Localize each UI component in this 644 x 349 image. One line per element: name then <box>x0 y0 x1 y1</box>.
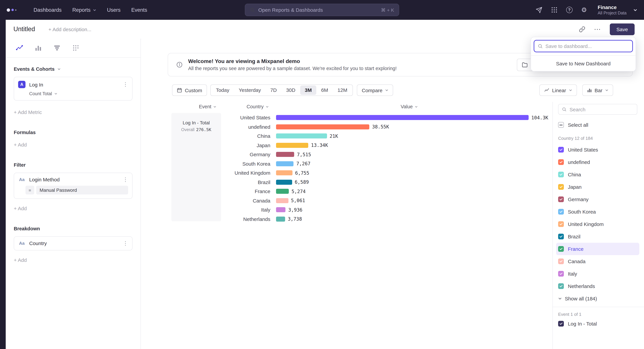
range-3m-selected[interactable]: 3M <box>300 85 316 95</box>
bar[interactable] <box>276 134 327 139</box>
bar[interactable] <box>276 124 370 129</box>
legend-country-row[interactable]: Netherlands <box>556 280 639 292</box>
bar[interactable] <box>276 170 292 176</box>
bar-category-label[interactable]: Italy <box>141 207 270 213</box>
country-checkbox[interactable] <box>558 172 564 177</box>
bar[interactable] <box>276 189 289 194</box>
event-name[interactable]: Log In <box>29 82 43 87</box>
bar-category-label[interactable]: Brazil <box>141 179 270 185</box>
bar[interactable] <box>276 180 292 185</box>
bar-category-label[interactable]: United Kingdom <box>141 170 270 176</box>
show-all-button[interactable]: Show all (184) <box>558 296 637 301</box>
save-dashboard-search-input[interactable]: Save to dashboard... <box>534 40 633 52</box>
aggregation-selector[interactable]: Count Total <box>29 91 128 96</box>
settings-gear-icon[interactable]: ⚙ <box>581 7 587 13</box>
legend-country-row[interactable]: United States <box>556 143 639 156</box>
range-30d[interactable]: 30D <box>282 85 300 95</box>
bar-chart-icon[interactable] <box>34 44 42 52</box>
bar[interactable] <box>276 143 308 148</box>
funnel-icon[interactable] <box>53 44 61 52</box>
bar-category-label[interactable]: Germany <box>141 152 270 157</box>
copy-link-icon[interactable] <box>579 26 585 32</box>
metric-card[interactable]: A Log In ⋮ Count Total <box>14 77 132 101</box>
add-formula-button[interactable]: + Add <box>14 142 132 147</box>
compare-button[interactable]: Compare <box>357 84 393 96</box>
bar-category-label[interactable]: South Korea <box>141 161 270 167</box>
bar[interactable] <box>276 207 286 212</box>
country-checkbox[interactable] <box>558 271 564 277</box>
share-icon[interactable] <box>536 6 542 13</box>
legend-search-input[interactable]: Search <box>558 104 637 115</box>
legend-event-row[interactable]: Log In - Total <box>558 321 637 327</box>
breakdown-card[interactable]: Aa Country ⋮ <box>14 236 132 250</box>
legend-country-row[interactable]: Germany <box>556 193 639 206</box>
add-description[interactable]: + Add description... <box>48 26 92 32</box>
event-series-checkbox[interactable] <box>558 321 564 327</box>
more-options-icon[interactable]: ⋯ <box>594 26 601 32</box>
bar[interactable] <box>276 161 294 166</box>
bar-category-label[interactable]: Canada <box>141 198 270 204</box>
chart-scale-selector[interactable]: Linear <box>539 84 577 96</box>
legend-country-row[interactable]: France <box>556 243 639 255</box>
filter-operator[interactable]: = <box>26 186 34 194</box>
bar-category-label[interactable]: France <box>141 189 270 194</box>
bar[interactable] <box>276 198 288 203</box>
filter-property-name[interactable]: Login Method <box>29 177 60 182</box>
nav-item-reports[interactable]: Reports <box>72 7 96 13</box>
select-all-row[interactable]: Select all <box>558 122 637 128</box>
nav-item-dashboards[interactable]: Dashboards <box>34 7 62 13</box>
nav-item-events[interactable]: Events <box>131 7 147 13</box>
bar-category-label[interactable]: Netherlands <box>141 216 270 222</box>
column-header-country[interactable]: Country <box>246 104 269 109</box>
mixpanel-logo-icon[interactable] <box>7 8 22 11</box>
legend-country-row[interactable]: Italy <box>556 268 639 280</box>
column-header-event[interactable]: Event <box>199 104 216 109</box>
add-filter-button[interactable]: + Add <box>14 206 132 211</box>
bar-category-label[interactable]: United States <box>141 115 270 120</box>
project-chevron-down-icon[interactable] <box>633 8 637 12</box>
insights-chart-icon[interactable] <box>16 44 23 52</box>
country-checkbox[interactable] <box>558 283 564 289</box>
select-all-checkbox[interactable] <box>558 122 564 128</box>
chart-type-selector[interactable]: Bar <box>582 84 613 96</box>
range-6m[interactable]: 6M <box>316 85 333 95</box>
range-today[interactable]: Today <box>211 85 234 95</box>
range-7d[interactable]: 7D <box>266 85 282 95</box>
add-metric-button[interactable]: + Add Metric <box>14 109 132 115</box>
legend-country-row[interactable]: undefined <box>556 156 639 168</box>
country-checkbox[interactable] <box>558 221 564 227</box>
global-search[interactable]: Open Reports & Dashboards ⌘ + K <box>245 4 399 16</box>
range-12m[interactable]: 12M <box>333 85 352 95</box>
country-checkbox[interactable] <box>558 159 564 165</box>
legend-country-row[interactable]: Japan <box>556 181 639 193</box>
filter-value[interactable]: Manual Password <box>36 186 128 194</box>
bar[interactable] <box>276 217 285 222</box>
breakdown-property-name[interactable]: Country <box>29 240 47 246</box>
bar[interactable] <box>276 152 294 157</box>
filter-card[interactable]: Aa Login Method ⋮ = Manual Password <box>14 173 132 199</box>
bar[interactable] <box>276 115 528 120</box>
report-title[interactable]: Untitled <box>14 25 35 33</box>
project-selector[interactable]: Finance All Project Data <box>598 4 626 15</box>
events-cohorts-header[interactable]: Events & Cohorts <box>14 66 132 72</box>
legend-country-row[interactable]: Canada <box>556 255 639 268</box>
nav-item-users[interactable]: Users <box>107 7 120 13</box>
retention-grid-icon[interactable] <box>72 44 80 52</box>
legend-country-row[interactable]: South Korea <box>556 206 639 218</box>
country-checkbox[interactable] <box>558 234 564 239</box>
save-to-new-dashboard-option[interactable]: Save to New Dashboard <box>531 56 636 71</box>
range-yesterday[interactable]: Yesterday <box>234 85 266 95</box>
country-checkbox[interactable] <box>558 184 564 190</box>
kebab-menu-icon[interactable]: ⋮ <box>123 241 128 246</box>
custom-date-button[interactable]: Custom <box>172 84 207 96</box>
country-checkbox[interactable] <box>558 147 564 153</box>
legend-country-row[interactable]: China <box>556 168 639 181</box>
help-icon[interactable] <box>566 7 572 13</box>
save-button[interactable]: Save <box>610 23 634 35</box>
bar-category-label[interactable]: China <box>141 133 270 139</box>
kebab-menu-icon[interactable]: ⋮ <box>123 177 128 182</box>
country-checkbox[interactable] <box>558 196 564 202</box>
legend-country-row[interactable]: Brazil <box>556 230 639 243</box>
apps-grid-icon[interactable] <box>551 7 558 13</box>
legend-country-row[interactable]: United Kingdom <box>556 218 639 230</box>
